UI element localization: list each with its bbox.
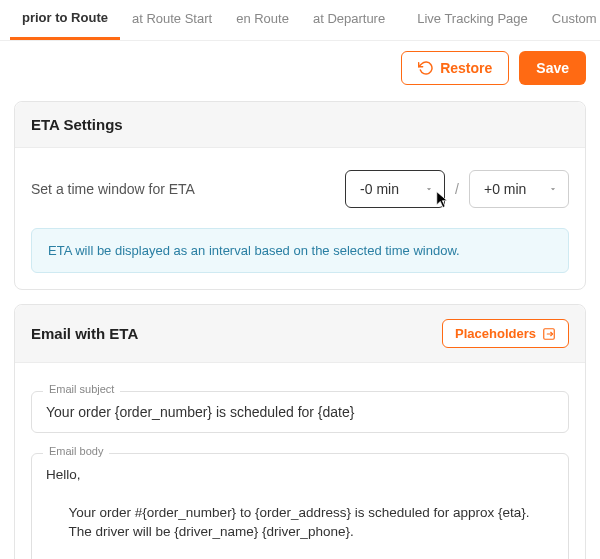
eta-hint: ETA will be displayed as an interval bas… [31,228,569,273]
eta-row: Set a time window for ETA -0 min / +0 mi… [31,164,569,224]
email-body-wrap: Email body Hello, Your order #{order_num… [31,453,569,559]
tab-live-tracking[interactable]: Live Tracking Page [405,1,540,40]
eta-controls: -0 min / +0 min [345,170,569,208]
restore-label: Restore [440,60,492,76]
email-eta-body: Email subject Email body Hello, Your ord… [15,363,585,559]
email-body-textarea[interactable]: Hello, Your order #{order_number} to {or… [31,453,569,559]
chevron-down-icon [424,184,434,194]
tab-at-departure[interactable]: at Departure [301,1,397,40]
actions-row: Restore Save [0,41,600,95]
eta-settings-panel: ETA Settings Set a time window for ETA -… [14,101,586,290]
save-button[interactable]: Save [519,51,586,85]
email-eta-header: Email with ETA Placeholders [15,305,585,363]
eta-window-label: Set a time window for ETA [31,181,195,197]
chevron-down-icon [548,184,558,194]
eta-settings-body: Set a time window for ETA -0 min / +0 mi… [15,148,585,289]
tab-en-route[interactable]: en Route [224,1,301,40]
email-eta-panel: Email with ETA Placeholders Email subjec… [14,304,586,559]
email-subject-input[interactable] [31,391,569,433]
eta-plus-select[interactable]: +0 min [469,170,569,208]
tabs-bar: prior to Route at Route Start en Route a… [0,0,600,41]
tab-custom[interactable]: Custom [540,1,600,40]
email-subject-wrap: Email subject [31,391,569,433]
eta-minus-value: -0 min [360,181,399,197]
eta-plus-value: +0 min [484,181,526,197]
email-body-legend: Email body [43,445,109,457]
eta-minus-select[interactable]: -0 min [345,170,445,208]
save-label: Save [536,60,569,76]
tab-prior-to-route[interactable]: prior to Route [10,0,120,40]
email-eta-title: Email with ETA [31,325,138,342]
restore-icon [418,60,434,76]
eta-settings-header: ETA Settings [15,102,585,148]
email-subject-legend: Email subject [43,383,120,395]
placeholders-button[interactable]: Placeholders [442,319,569,348]
restore-button[interactable]: Restore [401,51,509,85]
tab-at-route-start[interactable]: at Route Start [120,1,224,40]
eta-slash: / [455,181,459,197]
eta-settings-title: ETA Settings [31,116,123,133]
insert-icon [542,327,556,341]
placeholders-label: Placeholders [455,326,536,341]
mouse-cursor-icon [436,191,450,209]
